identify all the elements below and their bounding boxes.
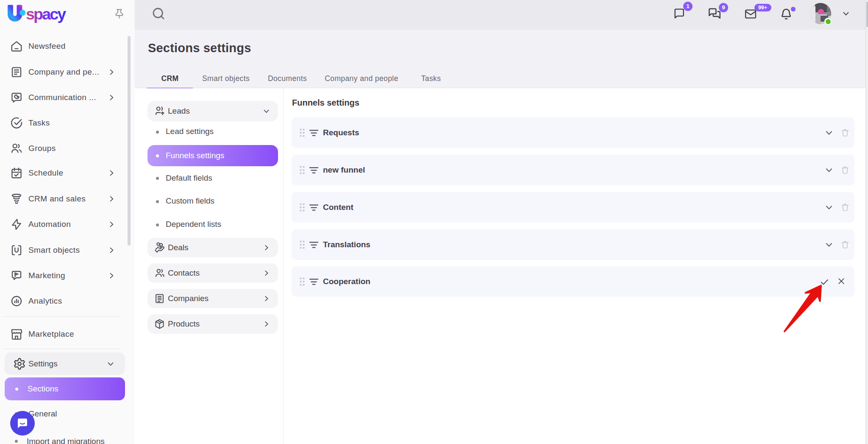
svg-text:spacy: spacy [26,5,66,23]
